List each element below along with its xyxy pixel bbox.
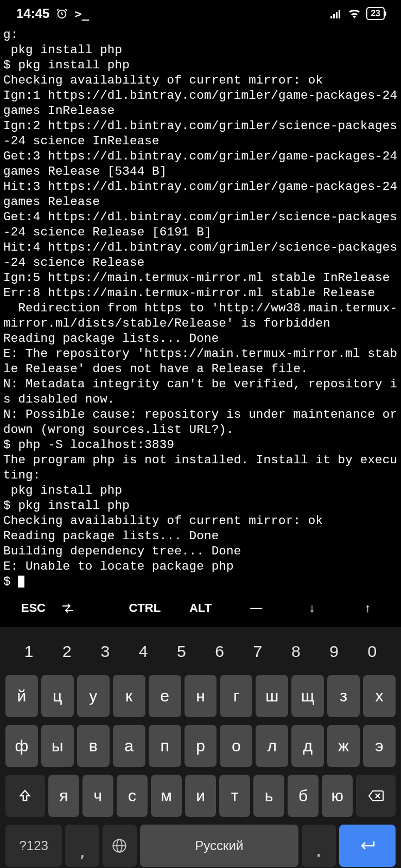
- key-5[interactable]: 5: [162, 639, 200, 664]
- key-letter[interactable]: к: [113, 675, 145, 717]
- svg-rect-1: [330, 16, 332, 18]
- key-letter[interactable]: н: [184, 675, 217, 717]
- key-letter[interactable]: т: [219, 775, 250, 817]
- key-8[interactable]: 8: [277, 639, 315, 664]
- key-4[interactable]: 4: [124, 639, 162, 664]
- key-letter[interactable]: ж: [327, 725, 360, 767]
- key-letter[interactable]: д: [291, 725, 324, 767]
- number-row: 1 2 3 4 5 6 7 8 9 0: [3, 633, 398, 675]
- key-letter[interactable]: ш: [256, 675, 288, 717]
- svg-rect-2: [333, 14, 335, 18]
- shift-key[interactable]: [5, 775, 45, 817]
- cursor: [18, 576, 24, 588]
- key-letter[interactable]: в: [77, 725, 110, 767]
- key-0[interactable]: 0: [353, 639, 391, 664]
- mode-switch-key[interactable]: ?123: [5, 825, 62, 867]
- key-letter[interactable]: й: [5, 675, 38, 717]
- key-letter[interactable]: щ: [291, 675, 324, 717]
- extra-keys-row: ESC CTRL ALT — ↓ ↑: [0, 589, 401, 627]
- key-letter[interactable]: ч: [82, 775, 113, 817]
- key-letter[interactable]: р: [184, 725, 217, 767]
- terminal-prompt-icon: >_: [74, 7, 89, 21]
- status-bar: 14:45 >_ 23: [0, 0, 401, 27]
- key-letter[interactable]: э: [363, 725, 396, 767]
- key-letter[interactable]: и: [185, 775, 216, 817]
- key-letter[interactable]: б: [288, 775, 319, 817]
- spacebar[interactable]: Русский: [140, 825, 298, 867]
- comma-key[interactable]: ,: [65, 825, 99, 867]
- letter-row-2: ф ы в а п р о л д ж э: [3, 725, 398, 767]
- key-letter[interactable]: м: [151, 775, 182, 817]
- battery-indicator: 23: [366, 7, 385, 20]
- key-letter[interactable]: ц: [41, 675, 74, 717]
- key-letter[interactable]: с: [117, 775, 148, 817]
- signal-icon: [330, 9, 342, 18]
- key-6[interactable]: 6: [200, 639, 238, 664]
- letter-row-1: й ц у к е н г ш щ з х: [3, 675, 398, 717]
- svg-rect-3: [336, 12, 338, 18]
- dash-key[interactable]: —: [228, 596, 284, 621]
- period-key[interactable]: .: [302, 825, 336, 867]
- key-letter[interactable]: п: [149, 725, 181, 767]
- key-letter[interactable]: у: [77, 675, 110, 717]
- enter-key[interactable]: [339, 825, 396, 867]
- letter-row-3: я ч с м и т ь б ю: [3, 775, 398, 817]
- terminal-output[interactable]: g: pkg install php $ pkg install php Che…: [0, 27, 401, 589]
- key-letter[interactable]: е: [149, 675, 181, 717]
- keyboard: 1 2 3 4 5 6 7 8 9 0 й ц у к е н г ш щ з …: [0, 627, 401, 868]
- esc-key[interactable]: ESC: [5, 596, 61, 621]
- key-letter[interactable]: ю: [322, 775, 353, 817]
- alt-key[interactable]: ALT: [173, 596, 228, 621]
- arrow-down-key[interactable]: ↓: [284, 596, 340, 621]
- key-letter[interactable]: ь: [253, 775, 284, 817]
- alarm-icon: [56, 8, 68, 20]
- key-letter[interactable]: ф: [5, 725, 38, 767]
- svg-rect-4: [339, 10, 340, 18]
- key-letter[interactable]: ы: [41, 725, 74, 767]
- key-letter[interactable]: з: [327, 675, 360, 717]
- key-letter[interactable]: х: [363, 675, 396, 717]
- key-letter[interactable]: г: [220, 675, 252, 717]
- key-2[interactable]: 2: [48, 639, 86, 664]
- key-9[interactable]: 9: [315, 639, 353, 664]
- tab-key[interactable]: [61, 597, 117, 619]
- bottom-row: ?123 , Русский .: [3, 825, 398, 867]
- backspace-key[interactable]: [356, 775, 396, 817]
- wifi-icon: [348, 9, 361, 18]
- key-letter[interactable]: а: [113, 725, 145, 767]
- key-letter[interactable]: я: [48, 775, 79, 817]
- key-letter[interactable]: о: [220, 725, 252, 767]
- key-1[interactable]: 1: [10, 639, 48, 664]
- key-7[interactable]: 7: [239, 639, 277, 664]
- status-time: 14:45: [16, 6, 49, 21]
- key-letter[interactable]: л: [256, 725, 288, 767]
- key-3[interactable]: 3: [86, 639, 124, 664]
- ctrl-key[interactable]: CTRL: [117, 596, 173, 621]
- arrow-up-key[interactable]: ↑: [340, 596, 396, 621]
- language-key[interactable]: [103, 825, 137, 867]
